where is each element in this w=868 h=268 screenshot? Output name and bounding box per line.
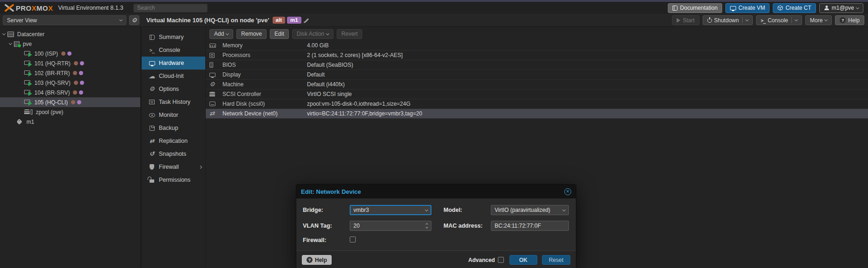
vm-nav-menu: Summary Console Hardware Cloud-Init Opti… bbox=[142, 27, 206, 268]
row-value: zpool:vm-105-disk-0,iothread=1,size=24G bbox=[307, 101, 868, 107]
row-label: Processors bbox=[222, 52, 307, 58]
eye-icon bbox=[149, 113, 155, 117]
tag-dot-alt bbox=[61, 51, 65, 56]
floppy-icon bbox=[150, 126, 155, 131]
hardware-row-machine[interactable]: Machine Default (i440fx) bbox=[206, 80, 868, 89]
user-menu-button[interactable]: m1@pve bbox=[819, 3, 863, 13]
tag-dot-alt bbox=[73, 71, 77, 75]
chevron-up-icon bbox=[425, 223, 428, 226]
book-icon bbox=[150, 35, 155, 40]
spinner-arrows[interactable] bbox=[426, 223, 428, 228]
ok-button[interactable]: OK bbox=[509, 255, 537, 265]
tab-options[interactable]: Options bbox=[142, 83, 205, 96]
tab-console[interactable]: Console bbox=[142, 44, 205, 57]
chevron-down-icon bbox=[856, 6, 859, 9]
tree-item-storage-zpool[interactable]: zpool (pve) bbox=[0, 107, 140, 117]
hardware-row-hard-disk[interactable]: Hard Disk (scsi0) zpool:vm-105-disk-0,io… bbox=[206, 99, 868, 109]
view-selector[interactable]: Server View bbox=[3, 15, 126, 25]
tree-item-pve[interactable]: pve bbox=[0, 39, 140, 49]
chevron-right-icon bbox=[199, 165, 202, 168]
tree-item-vm-104[interactable]: 104 (BR-SRV) bbox=[0, 88, 140, 97]
page-title: Virtual Machine 105 (HQ-CLI) on node 'pv… bbox=[146, 17, 269, 24]
tab-monitor[interactable]: Monitor bbox=[142, 108, 205, 121]
tag-badge-alt: alt bbox=[273, 17, 285, 24]
cube-icon bbox=[777, 5, 783, 11]
chevron-down-icon bbox=[562, 208, 566, 211]
user-icon bbox=[824, 5, 829, 11]
model-label: Model: bbox=[444, 207, 491, 213]
edit-button[interactable]: Edit bbox=[270, 29, 289, 39]
edit-tags-pencil-icon[interactable] bbox=[304, 18, 308, 22]
create-vm-button[interactable]: Create VM bbox=[725, 3, 770, 13]
tab-snapshots[interactable]: Snapshots bbox=[142, 147, 205, 160]
hardware-row-scsi-controller[interactable]: SCSI Controller VirtIO SCSI single bbox=[206, 89, 868, 99]
reset-button[interactable]: Reset bbox=[542, 255, 570, 265]
tree-item-pool-m1[interactable]: m1 bbox=[0, 117, 140, 127]
tree-item-datacenter[interactable]: Datacenter bbox=[0, 29, 140, 39]
close-icon[interactable] bbox=[564, 188, 571, 195]
replication-arrows-icon bbox=[150, 138, 154, 144]
mac-address-input[interactable]: BC:24:11:72:77:0F bbox=[491, 221, 569, 231]
tab-summary[interactable]: Summary bbox=[142, 31, 205, 44]
hardware-row-memory[interactable]: Memory 4.00 GiB bbox=[206, 41, 868, 51]
tag-dot-m1 bbox=[79, 90, 83, 95]
node-online-icon bbox=[14, 41, 20, 47]
vlan-tag-spinner[interactable]: 20 bbox=[350, 221, 431, 231]
chevron-down-icon bbox=[119, 18, 123, 21]
tab-permissions[interactable]: Permissions bbox=[142, 173, 205, 186]
tree-item-vm-103[interactable]: 103 (HQ-SRV) bbox=[0, 78, 140, 88]
tab-hardware[interactable]: Hardware bbox=[142, 57, 205, 70]
sidebar-settings-button[interactable] bbox=[129, 15, 139, 25]
tree-item-vm-105[interactable]: 105 (HQ-CLI) bbox=[0, 97, 140, 107]
sidebar-header: Server View bbox=[0, 15, 142, 25]
create-ct-button[interactable]: Create CT bbox=[773, 3, 816, 13]
add-button[interactable]: Add bbox=[209, 29, 233, 39]
revert-button[interactable]: Revert bbox=[337, 29, 362, 39]
search-input[interactable] bbox=[133, 4, 208, 13]
dialog-help-button[interactable]: ? Help bbox=[302, 255, 332, 265]
tab-task-history[interactable]: Task History bbox=[142, 96, 205, 108]
proxmox-x-icon bbox=[5, 4, 14, 12]
memory-icon bbox=[209, 44, 216, 48]
cloud-icon bbox=[149, 73, 155, 80]
book-icon bbox=[672, 6, 678, 11]
tab-cloud-init[interactable]: Cloud-Init bbox=[142, 70, 205, 83]
console-button[interactable]: Console bbox=[756, 15, 802, 25]
tag-dot-m1 bbox=[77, 100, 81, 104]
tree-item-vm-102[interactable]: 102 (BR-RTR) bbox=[0, 68, 140, 78]
tab-replication[interactable]: Replication bbox=[142, 134, 205, 147]
tag-badge-m1: m1 bbox=[287, 17, 301, 24]
firewall-checkbox[interactable] bbox=[350, 236, 356, 242]
dialog-header[interactable]: Edit: Network Device bbox=[296, 185, 576, 198]
hardware-row-processors[interactable]: Processors 2 (1 sockets, 2 cores) [x86-6… bbox=[206, 51, 868, 60]
row-label: BIOS bbox=[222, 62, 307, 68]
row-value: 4.00 GiB bbox=[307, 42, 868, 49]
disk-action-button[interactable]: Disk Action bbox=[292, 29, 333, 39]
bridge-combobox[interactable]: vmbr3 bbox=[350, 205, 431, 215]
gear-icon bbox=[149, 86, 155, 92]
more-button[interactable]: More bbox=[805, 15, 832, 25]
advanced-toggle[interactable]: Advanced bbox=[468, 257, 503, 263]
tree-item-vm-100[interactable]: 100 (ISP) bbox=[0, 49, 140, 58]
shutdown-button[interactable]: Shutdown bbox=[703, 15, 753, 25]
hardware-row-network-device[interactable]: Network Device (net0) virtio=BC:24:11:72… bbox=[206, 109, 868, 119]
chevron-down-icon bbox=[226, 32, 229, 35]
row-value: Default bbox=[307, 71, 868, 78]
advanced-checkbox[interactable] bbox=[498, 257, 504, 263]
remove-button[interactable]: Remove bbox=[236, 29, 267, 39]
documentation-button[interactable]: Documentation bbox=[668, 3, 722, 13]
tree-item-label: 105 (HQ-CLI) bbox=[34, 99, 68, 106]
tree-item-vm-101[interactable]: 101 (HQ-RTR) bbox=[0, 58, 140, 68]
hardware-row-bios[interactable]: BIOS Default (SeaBIOS) bbox=[206, 60, 868, 70]
vm-running-icon bbox=[24, 80, 31, 86]
dialog-title: Edit: Network Device bbox=[301, 188, 361, 195]
row-label: Network Device (net0) bbox=[222, 110, 307, 117]
model-combobox[interactable]: VirtIO (paravirtualized) bbox=[491, 205, 569, 215]
hardware-toolbar: Add Remove Edit Disk Action Revert bbox=[206, 27, 868, 41]
tab-backup[interactable]: Backup bbox=[142, 121, 205, 134]
help-button[interactable]: ? Help bbox=[835, 15, 864, 25]
hardware-row-display[interactable]: Display Default bbox=[206, 70, 868, 80]
start-button[interactable]: Start bbox=[672, 15, 699, 25]
tab-firewall[interactable]: Firewall bbox=[142, 160, 205, 173]
tree-item-label: 100 (ISP) bbox=[34, 51, 58, 57]
